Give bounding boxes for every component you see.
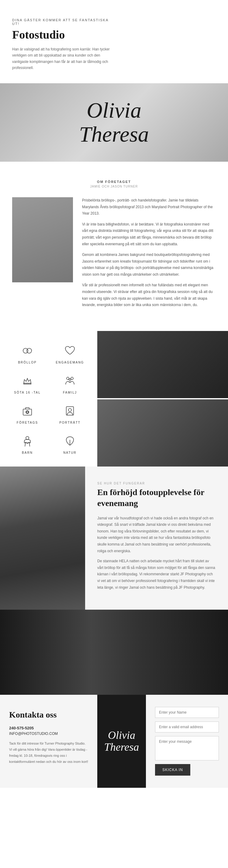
svg-point-8 (26, 411, 28, 413)
rings-icon (20, 343, 35, 358)
hero-tagline: DINA GÄSTER KOMMER ATT SE FANTASTISKA UT… (12, 18, 112, 26)
message-input[interactable] (155, 736, 219, 761)
service-sota16-label: SÖTA 16 -TAL (9, 391, 46, 394)
contact-logo-block: Olivia Theresa (97, 695, 146, 788)
contact-form: Skicka in (146, 695, 228, 788)
crown-icon (20, 373, 35, 389)
family-icon (62, 373, 78, 389)
about-text-block: Prisbelönta bröllops-, porträtt- och han… (82, 197, 216, 313)
about-content: Prisbelönta bröllops-, porträtt- och han… (12, 197, 216, 313)
service-barn: BARN (9, 433, 46, 454)
hero-text: Han är valsignad att ha fotografering so… (12, 46, 112, 71)
handshake-image (0, 610, 228, 695)
about-para2: Genom att kombinera James bakgrund med b… (82, 252, 216, 278)
about-section: Om företaget JAMIE OCH JASON TURNER Pris… (0, 162, 228, 331)
svg-point-1 (27, 348, 32, 353)
about-para1: Vi är inte bara billighedsfoton, vi är b… (82, 221, 216, 247)
event-para2: De stannade HELA natten och arbetade myc… (97, 558, 216, 591)
svg-point-11 (26, 436, 29, 439)
service-portratt: PORTRÄTT (52, 403, 88, 424)
contact-title: Kontakta oss (9, 710, 88, 720)
service-familj-label: FAMILJ (52, 391, 88, 394)
logo-section: Olivia Theresa (0, 83, 228, 162)
service-natur-label: NATUR (52, 451, 88, 454)
event-photo (0, 467, 85, 610)
portrait-icon (62, 403, 78, 418)
services-section: BRÖLLOP ENGAGEMANG SÖTA 16 -TAL (0, 331, 228, 467)
service-engagemang-label: ENGAGEMANG (52, 361, 88, 364)
contact-text: Tack för ditt intresse för Turner Photog… (9, 741, 88, 765)
event-title: En förhöjd fotoupplevelse för evenemang (97, 487, 216, 509)
contact-email: INFO@PHOTOSTUDIO.COM (9, 732, 88, 736)
event-label: SE HUR DET FUNGERAR (97, 482, 216, 485)
about-label: Om företaget (12, 180, 216, 184)
submit-button[interactable]: Skicka in (155, 764, 190, 776)
service-brollop-label: BRÖLLOP (9, 361, 46, 364)
email-input[interactable] (155, 721, 219, 733)
contact-logo: Olivia Theresa (104, 730, 139, 753)
service-familj: FAMILJ (52, 373, 88, 394)
about-subtitle: JAMIE OCH JASON TURNER (12, 185, 216, 188)
service-brollop: BRÖLLOP (9, 343, 46, 364)
svg-rect-6 (23, 409, 32, 415)
child-icon (20, 433, 35, 448)
svg-point-10 (68, 408, 72, 411)
service-barn-label: BARN (9, 451, 46, 454)
hero-section: DINA GÄSTER KOMMER ATT SE FANTASTISKA UT… (0, 0, 228, 83)
svg-point-3 (66, 377, 69, 380)
camera-briefcase-icon (20, 403, 35, 418)
service-foretags: FÖRETAGS (9, 403, 46, 424)
service-sota16: SÖTA 16 -TAL (9, 373, 46, 394)
event-content: SE HUR DET FUNGERAR En förhöjd fotoupple… (85, 467, 228, 610)
hero-left: DINA GÄSTER KOMMER ATT SE FANTASTISKA UT… (12, 12, 112, 71)
services-photos (97, 331, 228, 467)
about-intro: Prisbelönta bröllops-, porträtt- och han… (82, 197, 216, 217)
svg-point-4 (71, 377, 73, 380)
service-natur: NATUR (52, 433, 88, 454)
service-foretags-label: FÖRETAGS (9, 421, 46, 424)
event-section: SE HUR DET FUNGERAR En förhöjd fotoupple… (0, 467, 228, 610)
services-grid: BRÖLLOP ENGAGEMANG SÖTA 16 -TAL (0, 331, 97, 467)
event-para1: Jamal var vår huvudfotograf och vi hade … (97, 515, 216, 555)
hero-images (119, 12, 216, 13)
about-para3: Vår stil är professionellt men informell… (82, 282, 216, 308)
hero-title: Fotostudio (12, 28, 112, 41)
service-portratt-label: PORTRÄTT (52, 421, 88, 424)
name-input[interactable] (155, 707, 219, 718)
contact-left: Kontakta oss 240-575-5205 INFO@PHOTOSTUD… (0, 695, 97, 788)
services-photo-portrait (97, 331, 228, 398)
heart-icon (62, 343, 78, 358)
about-image (12, 197, 73, 282)
service-engagemang: ENGAGEMANG (52, 343, 88, 364)
contact-section: Kontakta oss 240-575-5205 INFO@PHOTOSTUD… (0, 695, 228, 788)
svg-rect-2 (24, 383, 31, 384)
logo-script: Olivia Theresa (12, 98, 216, 147)
leaf-icon (62, 433, 78, 448)
handshake-section (0, 610, 228, 695)
svg-point-5 (69, 379, 71, 380)
services-photo-coat (97, 399, 228, 467)
contact-phone: 240-575-5205 (9, 726, 88, 730)
